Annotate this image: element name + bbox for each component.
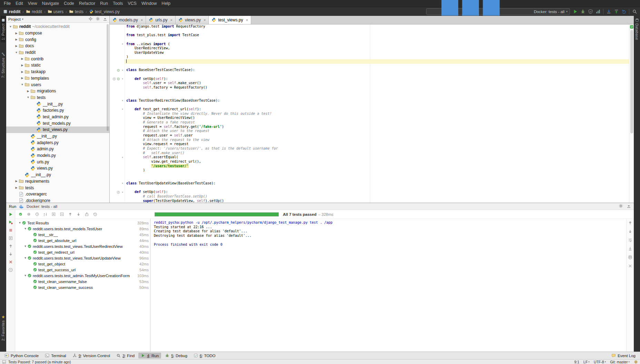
code-line-text[interactable]: class TestUserRedirectView(BaseUserTestC… <box>125 99 634 103</box>
code-line-text[interactable]: request.user = self.user <box>125 133 634 138</box>
code-line-text[interactable]: self.user = self.make_user() <box>125 81 634 85</box>
collapse-all-button[interactable] <box>59 211 65 218</box>
project-tree-item-static[interactable]: ▶static <box>6 62 109 69</box>
scroll-to-end-button[interactable] <box>628 246 632 252</box>
hector-icon[interactable] <box>634 360 638 364</box>
previous-failed-test-button[interactable] <box>67 211 73 218</box>
project-tree-item-init-py[interactable]: __init__.py <box>6 101 109 107</box>
project-tree-item-views-py[interactable]: views.py <box>6 165 109 172</box>
project-tree-item-test-views-py[interactable]: test_views.py <box>6 127 109 133</box>
dump-threads-button[interactable] <box>7 235 14 242</box>
toolwindow-button-4-run[interactable]: 4: Run <box>138 353 161 358</box>
project-tree-item-reddit[interactable]: ▼reddit <box>6 49 109 56</box>
project-tree-item-test-models-py[interactable]: test_models.py <box>6 120 109 127</box>
scroll-to-top-button[interactable] <box>628 220 632 226</box>
code-line-text[interactable]: # Expect: '/users/testuser/', as that is… <box>125 146 634 151</box>
hide-button[interactable] <box>103 16 107 22</box>
code-line-text[interactable] <box>125 186 634 190</box>
code-line-text[interactable]: # Attach the request to the view <box>125 138 634 142</box>
tree-expanded-arrow-icon[interactable]: ▼ <box>23 274 27 277</box>
code-line-text[interactable] <box>125 38 634 42</box>
scroll-to-bottom-button[interactable] <box>628 229 632 235</box>
test-node-test-get-success-url[interactable]: test_get_success_url54ms <box>15 267 150 273</box>
hide-button[interactable] <box>627 204 631 209</box>
test-node-test-results[interactable]: ▼Test Results328ms <box>15 220 150 226</box>
tree-expanded-arrow-icon[interactable]: ▼ <box>23 245 27 248</box>
clear-all-button[interactable] <box>628 263 632 270</box>
project-tree-item-templates[interactable]: ▶templates <box>6 75 109 82</box>
menu-view[interactable]: View <box>26 0 40 7</box>
toolwindow-button-5-debug[interactable]: 5: Debug <box>163 353 190 358</box>
code-line-text[interactable]: view.get_redirect_url(), <box>125 160 634 164</box>
code-line-text[interactable]: from ..views import ( <box>125 42 634 47</box>
project-tree-item-models-py[interactable]: models.py <box>6 152 109 159</box>
test-node-test-get-redirect-url[interactable]: test_get_redirect_url40ms <box>15 249 150 255</box>
expand-all-button[interactable] <box>50 211 57 218</box>
code-line-text[interactable]: ) <box>125 55 634 59</box>
project-tree[interactable]: ▼reddit ~/cookiecutter/reddit▶compose▶co… <box>6 23 109 203</box>
search-everywhere-button[interactable] <box>631 8 638 15</box>
project-tree-item-urls-py[interactable]: urls.py <box>6 159 109 165</box>
test-node-reddit-users-tests-test-views-testuserupdateview[interactable]: ▼reddit.users.tests.test_views.TestUserU… <box>15 255 150 261</box>
tab-close-icon[interactable]: × <box>246 18 248 22</box>
code-line-text[interactable]: ) <box>125 168 634 173</box>
menu-code[interactable]: Code <box>61 0 77 7</box>
close-button[interactable] <box>7 259 14 265</box>
status-widget-git-master[interactable]: Git: master▾ <box>610 360 630 364</box>
project-tree-item-dockerignore[interactable]: .dockerignore <box>6 198 109 203</box>
breadcrumb-item-test-views-py[interactable]: test_views.py <box>88 9 121 14</box>
project-tree-item-coveragerc[interactable]: .coveragerc <box>6 191 109 198</box>
code-line-text[interactable]: def test_get_redirect_url(self): <box>125 107 634 112</box>
code-line-text[interactable] <box>125 173 634 177</box>
fold-marker-icon[interactable]: ▾ <box>121 191 124 194</box>
editor-tab-views-py[interactable]: views.py× <box>176 16 209 24</box>
code-line-text[interactable]: def setUp(self): <box>125 190 634 194</box>
show-ignored-button[interactable] <box>26 211 32 218</box>
tree-collapsed-arrow-icon[interactable]: ▶ <box>14 32 19 35</box>
tree-expanded-arrow-icon[interactable]: ▼ <box>14 51 19 54</box>
tree-collapsed-arrow-icon[interactable]: ▶ <box>14 38 19 41</box>
project-tree-item-requirements[interactable]: ▶requirements <box>6 178 109 185</box>
menu-refactor[interactable]: Refactor <box>77 0 98 7</box>
fold-marker-icon[interactable]: ▾ <box>121 69 124 72</box>
run-configuration-selector[interactable]: Docker: tests - all ▾ <box>426 8 570 15</box>
tool-stripe-button-database[interactable]: Database <box>634 16 639 42</box>
code-line-text[interactable]: from django.test import RequestFactory <box>125 24 634 29</box>
tool-stripe-button-1-project[interactable]: 1: Project <box>1 16 6 42</box>
commit-changes-button[interactable] <box>613 8 620 15</box>
tab-close-icon[interactable]: × <box>170 18 172 22</box>
project-tree-item-compose[interactable]: ▶compose <box>6 30 109 37</box>
settings-button[interactable] <box>619 204 623 209</box>
test-node-test-clean-username-false[interactable]: test_clean_username_false53ms <box>15 279 150 284</box>
test-node-test-str[interactable]: test__str__45ms <box>15 232 150 237</box>
fold-marker-icon[interactable]: ▾ <box>121 108 124 111</box>
tree-collapsed-arrow-icon[interactable]: ▶ <box>20 77 24 80</box>
code-line-text[interactable]: # Instantiate the view directly. Never d… <box>125 112 634 116</box>
editor-tab-test-views-py[interactable]: test_views.py× <box>209 16 251 24</box>
tab-close-icon[interactable]: × <box>204 18 206 22</box>
code-line-text[interactable]: view.request = request <box>125 142 634 146</box>
menu-window[interactable]: Window <box>139 0 159 7</box>
fold-marker-icon[interactable]: ▾ <box>121 156 124 159</box>
code-line-text[interactable]: UserRedirectView, <box>125 46 634 51</box>
override-marker-icon[interactable] <box>112 77 116 81</box>
fold-marker-icon[interactable]: ▾ <box>121 43 124 46</box>
test-node-reddit-users-tests-test-models-testuser[interactable]: ▼reddit.users.tests.test_models.TestUser… <box>15 226 150 232</box>
code-line-text[interactable]: '/users/testuser/' <box>125 164 634 169</box>
run-console[interactable]: reddit_pycha:python -u /opt/.pycharm_hel… <box>150 219 626 352</box>
code-line-text[interactable] <box>125 94 634 99</box>
tab-close-icon[interactable]: × <box>141 18 143 22</box>
hide-passed-button[interactable] <box>17 211 23 218</box>
next-occurrence-button[interactable] <box>7 251 14 257</box>
menu-vcs[interactable]: VCS <box>125 0 139 7</box>
project-tree-item-reddit[interactable]: ▼reddit ~/cookiecutter/reddit <box>6 23 109 30</box>
code-line-text[interactable]: from test_plus.test import TestCase <box>125 33 634 38</box>
code-line-text[interactable]: # call BaseUserTestCase.setUp() <box>125 194 634 199</box>
project-tree-item-docs[interactable]: ▶docs <box>6 43 109 49</box>
status-widget-lf[interactable]: LF▾ <box>583 360 590 364</box>
editor-tab-urls-py[interactable]: urls.py× <box>146 16 176 24</box>
rerun-button[interactable] <box>7 211 14 218</box>
run-with-coverage-button[interactable] <box>587 8 594 15</box>
code-line-text[interactable]: UserUpdateView <box>125 51 634 55</box>
export-test-results-button[interactable] <box>83 211 90 218</box>
